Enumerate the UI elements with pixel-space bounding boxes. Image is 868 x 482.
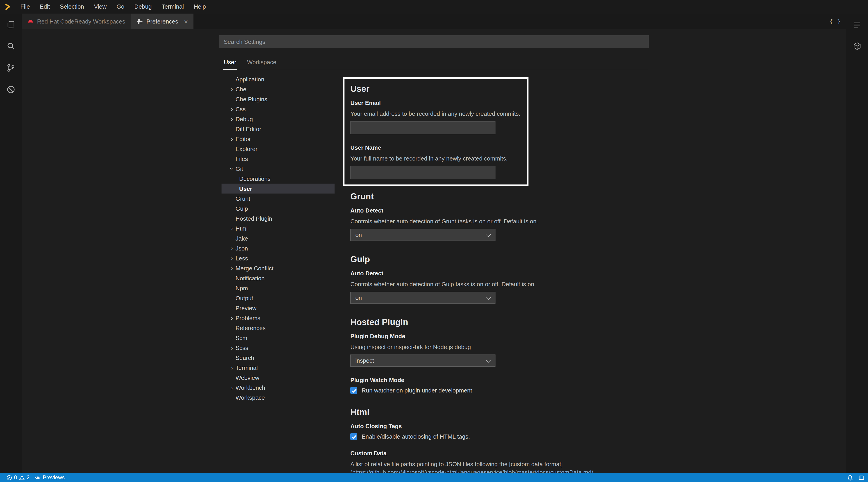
chevron-right-icon[interactable]: › [228, 225, 236, 232]
tree-item-jake[interactable]: Jake [221, 233, 335, 243]
chevron-right-icon[interactable]: › [228, 245, 236, 251]
menu-view[interactable]: View [89, 0, 112, 13]
tree-item-less[interactable]: ›Less [221, 253, 335, 263]
tree-item-explorer[interactable]: Explorer [221, 144, 335, 154]
tree-item-merge-conflict[interactable]: ›Merge Conflict [221, 263, 335, 273]
tree-item-label: Debug [236, 116, 253, 122]
tree-item-label: Npm [236, 284, 248, 292]
tree-indent [221, 218, 228, 219]
chevron-right-icon[interactable]: › [228, 384, 236, 391]
tree-item-git[interactable]: ›Git [221, 164, 335, 174]
menu-go[interactable]: Go [112, 0, 129, 13]
search-settings-input[interactable] [219, 35, 649, 49]
tree-item-debug[interactable]: ›Debug [221, 114, 335, 124]
setting-description: Your full name to be recorded in any new… [350, 155, 521, 163]
tree-indent [221, 278, 228, 278]
tree-item-npm[interactable]: Npm [221, 283, 335, 293]
tree-item-html[interactable]: ›Html [221, 223, 335, 233]
tree-indent [221, 208, 228, 209]
tree-item-workbench[interactable]: ›Workbench [221, 383, 335, 392]
problems-status[interactable]: 0 2 [4, 473, 32, 482]
menu-terminal[interactable]: Terminal [157, 0, 189, 13]
source-control-icon[interactable] [0, 57, 22, 79]
scope-tab-workspace[interactable]: Workspace [246, 55, 277, 70]
chevron-right-icon[interactable]: › [228, 135, 236, 142]
tree-item-hosted-plugin[interactable]: Hosted Plugin [221, 213, 335, 223]
chevron-right-icon[interactable]: › [228, 106, 236, 112]
tree-item-label: Decorations [239, 175, 271, 182]
auto-detect-select[interactable]: on [350, 292, 495, 304]
chevron-right-icon[interactable]: › [228, 116, 236, 122]
tab-preferences[interactable]: Preferences × [131, 13, 194, 29]
tree-item-scm[interactable]: Scm [221, 333, 335, 343]
chevron-right-icon[interactable]: › [228, 255, 236, 261]
tree-item-workspace[interactable]: Workspace [221, 392, 335, 402]
user-name-input[interactable] [350, 166, 495, 179]
open-settings-json-button[interactable]: { } [830, 18, 841, 25]
tree-item-preview[interactable]: Preview [221, 303, 335, 313]
menu-selection[interactable]: Selection [55, 0, 89, 13]
editor-layout-icon[interactable] [859, 475, 864, 480]
chevron-right-icon[interactable]: › [228, 86, 236, 92]
tree-item-grunt[interactable]: Grunt [221, 193, 335, 204]
cube-icon[interactable] [846, 35, 868, 57]
tree-item-webview[interactable]: Webview [221, 372, 335, 383]
tree-item-label: Jake [236, 235, 248, 242]
tree-item-output[interactable]: Output [221, 293, 335, 303]
tree-item-application[interactable]: Application [221, 74, 335, 84]
tree-item-che-plugins[interactable]: Che Plugins [221, 94, 335, 104]
auto-detect-select[interactable]: on [350, 229, 495, 241]
chevron-down-icon[interactable]: › [229, 165, 235, 172]
tree-item-json[interactable]: ›Json [221, 243, 335, 253]
user-email-input[interactable] [350, 121, 495, 134]
app-logo-icon[interactable] [0, 0, 16, 13]
tree-item-editor[interactable]: ›Editor [221, 134, 335, 144]
tree-item-label: Git [236, 165, 243, 172]
tree-item-label: Workspace [236, 394, 265, 401]
tree-item-label: Files [236, 155, 248, 162]
status-bar: 0 2 Previews [0, 473, 868, 482]
chevron-right-icon[interactable]: › [228, 344, 236, 351]
tree-indent [221, 198, 228, 199]
select-value: on [355, 232, 362, 238]
menu-file[interactable]: File [16, 0, 35, 13]
menu-debug[interactable]: Debug [129, 0, 157, 13]
close-icon[interactable]: × [184, 18, 188, 25]
disabled-circle-icon[interactable] [0, 79, 22, 100]
plugin-watch-mode-checkbox[interactable] [350, 387, 357, 394]
plugin-debug-mode-select[interactable]: inspect [350, 355, 495, 367]
tree-item-gulp[interactable]: Gulp [221, 204, 335, 213]
tree-indent [221, 397, 228, 398]
menu-help[interactable]: Help [189, 0, 211, 13]
auto-closing-tags-checkbox[interactable] [350, 433, 357, 440]
activity-bar [0, 13, 22, 473]
status-bar-right [847, 475, 864, 480]
menu-edit[interactable]: Edit [35, 0, 55, 13]
tree-item-user[interactable]: User [221, 184, 335, 193]
tree-item-decorations[interactable]: Decorations [221, 174, 335, 184]
tree-item-files[interactable]: Files [221, 154, 335, 164]
tab-codeready-workspaces[interactable]: Red Hat CodeReady Workspaces [22, 13, 131, 29]
bell-icon[interactable] [847, 475, 853, 480]
search-icon[interactable] [0, 35, 22, 57]
chevron-right-icon[interactable]: › [228, 364, 236, 371]
chevron-right-icon[interactable]: › [228, 315, 236, 321]
tree-item-notification[interactable]: Notification [221, 273, 335, 283]
tree-item-css[interactable]: ›Css [221, 104, 335, 114]
tree-item-label: References [236, 325, 266, 331]
tree-item-scss[interactable]: ›Scss [221, 343, 335, 353]
setting-name: Auto Detect [350, 270, 614, 277]
tree-item-label: Workbench [236, 384, 265, 391]
scope-tab-user[interactable]: User [223, 55, 237, 70]
tree-item-che[interactable]: ›Che [221, 84, 335, 94]
tree-item-diff-editor[interactable]: Diff Editor [221, 124, 335, 134]
settings-tree: Application›CheChe Plugins›Css›DebugDiff… [221, 74, 335, 402]
tree-item-problems[interactable]: ›Problems [221, 313, 335, 323]
tree-item-terminal[interactable]: ›Terminal [221, 363, 335, 372]
previews-button[interactable]: Previews [32, 473, 67, 482]
tree-item-references[interactable]: References [221, 323, 335, 333]
tree-item-search[interactable]: Search [221, 353, 335, 363]
list-icon[interactable] [846, 13, 868, 35]
chevron-right-icon[interactable]: › [228, 265, 236, 271]
files-icon[interactable] [0, 13, 22, 35]
